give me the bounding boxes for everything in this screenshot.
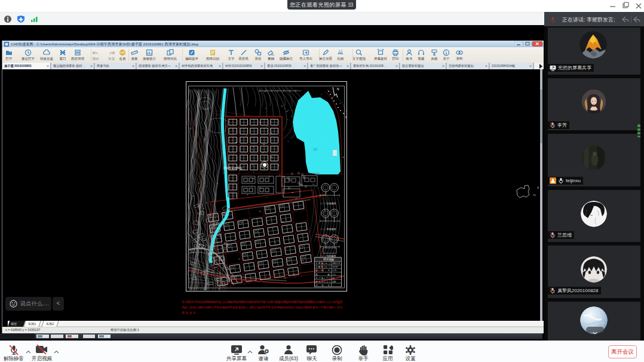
svg-text:61: 61 — [332, 277, 335, 280]
svg-text:248: 248 — [332, 281, 336, 283]
svg-text:›: › — [537, 185, 539, 191]
svg-text:稍场地后。: 稍场地后。 — [182, 311, 200, 315]
svg-text:总建筑(m²): 总建筑(m²) — [315, 266, 330, 268]
svg-text:经济指标: 经济指标 — [324, 257, 335, 262]
svg-text:系统 土村塘小城镇为城镇山平陆济城场种风名观 规划村上 居民: 系统 土村塘小城镇为城镇山平陆济城场种风名观 规划村上 居民公场村落甲项 造身v… — [182, 305, 342, 309]
svg-text:绿化率: 绿化率 — [315, 284, 330, 287]
svg-text:0.73: 0.73 — [332, 269, 336, 272]
svg-text:◇-◇ 街道截面: ◇-◇ 街道截面 — [320, 202, 336, 205]
svg-text:总户数(户): 总户数(户) — [315, 277, 330, 280]
svg-text:西湖李家村规划: 西湖李家村规划 — [223, 166, 243, 170]
svg-text:19: 19 — [313, 148, 317, 151]
svg-text:层数: 层数 — [315, 274, 330, 276]
svg-text:N: N — [337, 87, 339, 91]
svg-text:总用地(m²): 总用地(m²) — [315, 262, 330, 265]
svg-text:设计说明 设计不但在总布局和神庙布市场上以山 顺坡时民俗种家: 设计说明 设计不但在总布局和神庙布市场上以山 顺坡时民俗种家视中依场听 前所村节… — [182, 300, 342, 304]
svg-text:31737: 31737 — [332, 266, 338, 268]
svg-text:XX: XX — [533, 194, 536, 197]
svg-text:1-3: 1-3 — [332, 274, 335, 276]
svg-text:28617.8: 28617.8 — [332, 262, 340, 265]
svg-text:◇-◇ 巷道截面: ◇-◇ 巷道截面 — [320, 228, 336, 231]
svg-text:总人口(人): 总人口(人) — [315, 281, 330, 283]
